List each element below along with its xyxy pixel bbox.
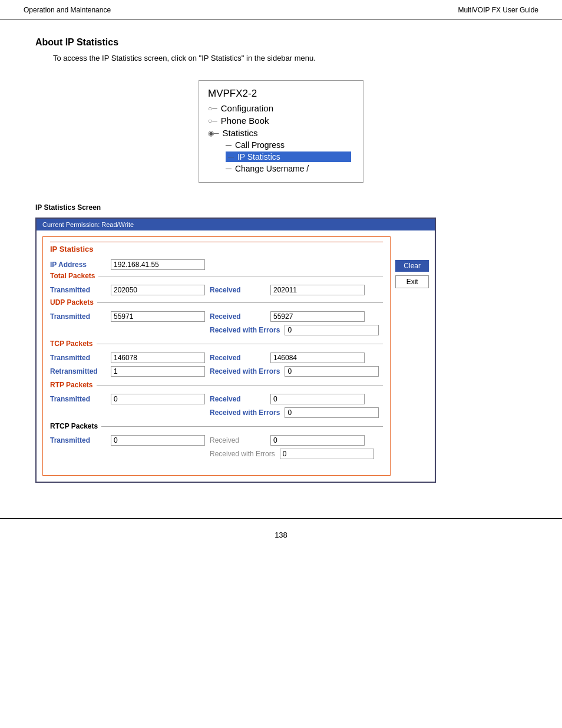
tcp-received-value[interactable] [270, 353, 365, 363]
page-header: Operation and Maintenance MultiVOIP FX U… [0, 0, 562, 19]
action-buttons: Clear Exit [395, 236, 429, 476]
tcp-received-label: Received [210, 354, 266, 362]
rtp-received-value[interactable] [270, 394, 365, 404]
sub-item-callprogress: ─ Call Progress [226, 140, 351, 150]
dash-icon: ─ [226, 140, 232, 150]
rtcp-row1: Transmitted Received [50, 435, 383, 446]
udp-transmitted-label: Transmitted [50, 312, 106, 321]
tcp-row2: Retransmitted Received with Errors [50, 366, 383, 377]
rtcp-row2: Received with Errors [50, 449, 383, 459]
tcp-packets-section: TCP Packets Transmitted Received Retrans… [50, 344, 383, 377]
ip-statistics-screen: Current Permission: Read/Write IP Statis… [35, 218, 436, 483]
sidebar-menu: MVPFX2-2 ○─ Configuration ○─ Phone Book … [199, 80, 363, 183]
screen-header-bar: Current Permission: Read/Write [37, 219, 435, 230]
sub-item-label: Call Progress [235, 140, 285, 150]
rtp-row2: Received with Errors [50, 407, 383, 418]
rtp-packets-section: RTP Packets Transmitted Received Receive… [50, 385, 383, 418]
rtp-packets-rows: Transmitted Received Received with Error… [50, 394, 383, 418]
udp-transmitted-value[interactable] [111, 311, 205, 322]
page-footer: 138 [0, 518, 562, 551]
rtcp-recv-errors-value[interactable] [280, 449, 374, 459]
tcp-transmitted-value[interactable] [111, 353, 205, 363]
dash-icon: ─ [226, 164, 232, 173]
rtp-transmitted-value[interactable] [111, 394, 205, 404]
ip-address-input[interactable] [111, 259, 205, 270]
udp-received-value[interactable] [270, 311, 365, 322]
sub-item-ipstatistics: ─ IP Statistics [226, 151, 351, 162]
sub-items: ─ Call Progress ─ IP Statistics ─ Change… [226, 140, 351, 173]
rtp-recv-errors-value[interactable] [285, 407, 379, 418]
ip-statistics-title: IP Statistics [50, 242, 383, 253]
tcp-transmitted-label: Transmitted [50, 354, 106, 362]
rtcp-packets-section: RTCP Packets Transmitted Received Receiv… [50, 426, 383, 459]
transmitted-label: Transmitted [50, 286, 106, 294]
tcp-retransmitted-label: Retransmitted [50, 367, 106, 375]
bullet-icon: ○─ [208, 117, 217, 125]
header-left: Operation and Maintenance [24, 6, 111, 14]
rtp-transmitted-label: Transmitted [50, 395, 106, 403]
rtcp-packets-label: RTCP Packets [50, 422, 101, 430]
rtp-received-label: Received [210, 395, 266, 403]
sidebar-item-phonebook: ○─ Phone Book [208, 116, 351, 126]
udp-packets-rows: Transmitted Received Received with Error… [50, 311, 383, 335]
rtp-row1: Transmitted Received [50, 394, 383, 404]
exit-button[interactable]: Exit [395, 275, 429, 288]
udp-packets-label: UDP Packets [50, 298, 97, 307]
rtp-packets-label: RTP Packets [50, 381, 97, 389]
udp-row2: Received with Errors [50, 325, 383, 335]
menu-item-label: Configuration [221, 103, 273, 113]
bullet-icon: ◉─ [208, 129, 219, 137]
tcp-retransmitted-value[interactable] [111, 366, 205, 377]
rtcp-received-value[interactable] [270, 435, 365, 446]
sub-item-label: Change Username / [235, 164, 309, 173]
sidebar-item-configuration: ○─ Configuration [208, 103, 351, 113]
menu-item-label: Phone Book [221, 116, 269, 126]
page-number: 138 [275, 531, 287, 539]
rtp-recv-errors-label: Received with Errors [210, 409, 280, 417]
transmitted-value[interactable] [111, 285, 205, 295]
page-content: About IP Statistics To access the IP Sta… [0, 19, 562, 495]
udp-recv-errors-label: Received with Errors [210, 326, 280, 334]
bullet-icon: ○─ [208, 104, 217, 113]
clear-button[interactable]: Clear [395, 260, 429, 272]
rtcp-transmitted-value[interactable] [111, 435, 205, 446]
rtcp-packets-rows: Transmitted Received Received with Error… [50, 435, 383, 459]
received-value[interactable] [270, 285, 365, 295]
permission-text: Current Permission: Read/Write [42, 221, 134, 228]
rtcp-recv-errors-label: Received with Errors [210, 450, 275, 458]
screen-section-label: IP Statistics Screen [35, 203, 527, 212]
dash-icon: ─ [228, 152, 234, 162]
rtcp-transmitted-label: Transmitted [50, 436, 106, 444]
sidebar-item-statistics: ◉─ Statistics [208, 128, 351, 138]
device-name: MVPFX2-2 [208, 88, 351, 100]
rtcp-received-label: Received [210, 436, 266, 444]
total-packets-row1: Transmitted Received [50, 285, 383, 295]
sidebar-menu-illustration: MVPFX2-2 ○─ Configuration ○─ Phone Book … [35, 80, 527, 183]
tcp-packets-label: TCP Packets [50, 340, 97, 348]
tcp-recv-errors-label: Received with Errors [210, 367, 280, 375]
udp-row1: Transmitted Received [50, 311, 383, 322]
udp-recv-errors-value[interactable] [285, 325, 379, 335]
intro-text: To access the IP Statistics screen, clic… [53, 54, 527, 62]
total-packets-rows: Transmitted Received [50, 285, 383, 295]
section-title: About IP Statistics [35, 37, 527, 48]
ip-address-label: IP Address [50, 261, 106, 269]
total-packets-section: Total Packets Transmitted Received [50, 276, 383, 295]
tcp-recv-errors-value[interactable] [285, 366, 379, 377]
sub-item-label: IP Statistics [237, 152, 280, 162]
received-label: Received [210, 286, 266, 294]
udp-received-label: Received [210, 312, 266, 321]
ip-address-row: IP Address [50, 259, 383, 270]
screen-body: IP Statistics IP Address Total Packets T… [37, 230, 435, 482]
menu-item-label: Statistics [223, 128, 258, 138]
tcp-packets-rows: Transmitted Received Retransmitted Recei… [50, 353, 383, 377]
tcp-row1: Transmitted Received [50, 353, 383, 363]
udp-packets-section: UDP Packets Transmitted Received Receive… [50, 302, 383, 335]
form-area: IP Statistics IP Address Total Packets T… [42, 236, 391, 476]
sub-item-changeusername: ─ Change Username / [226, 164, 351, 173]
total-packets-label: Total Packets [50, 272, 98, 280]
header-right: MultiVOIP FX User Guide [458, 6, 539, 14]
